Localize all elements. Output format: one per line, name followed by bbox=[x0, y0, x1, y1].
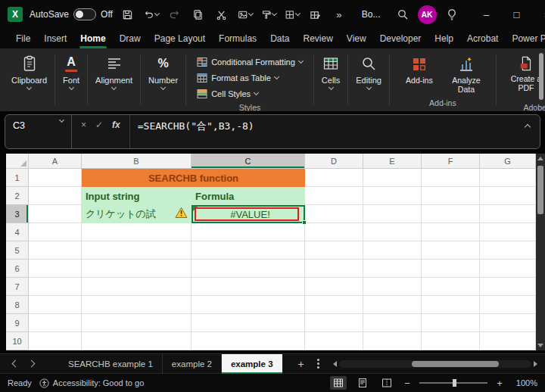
row-header-9[interactable]: 9 bbox=[6, 314, 29, 332]
menu-tab-insert[interactable]: Insert bbox=[37, 29, 73, 48]
cell-E1[interactable] bbox=[363, 169, 422, 187]
conditional-formatting-button[interactable]: Conditional Formatting bbox=[194, 54, 306, 70]
copy-button[interactable] bbox=[190, 5, 207, 24]
cell-G2[interactable] bbox=[480, 187, 536, 205]
fill-handle[interactable] bbox=[302, 220, 307, 225]
column-header-C[interactable]: C bbox=[192, 154, 305, 169]
cell-A4[interactable] bbox=[29, 223, 82, 241]
row-header-4[interactable]: 4 bbox=[6, 223, 29, 241]
cell-F9[interactable] bbox=[422, 314, 480, 332]
cell-B9[interactable] bbox=[82, 314, 192, 332]
cell-A2[interactable] bbox=[29, 187, 82, 205]
row-header-3[interactable]: 3 bbox=[6, 205, 29, 223]
ribbon-group-font[interactable]: A Font bbox=[58, 51, 85, 111]
cell-F3[interactable] bbox=[422, 205, 480, 223]
cell-D4[interactable] bbox=[305, 223, 363, 241]
addins-button[interactable]: Add-ins bbox=[397, 54, 441, 85]
format-as-table-button[interactable]: Format as Table bbox=[194, 70, 306, 86]
cell-F7[interactable] bbox=[422, 278, 480, 296]
row-header-6[interactable]: 6 bbox=[6, 260, 29, 278]
avatar[interactable]: AK bbox=[418, 5, 437, 24]
cell-A9[interactable] bbox=[29, 314, 82, 332]
ribbon-scrollbar[interactable] bbox=[539, 53, 543, 100]
cell-A8[interactable] bbox=[29, 296, 82, 314]
sheet-tab-searchb-example-1[interactable]: SEARCHB example 1 bbox=[59, 354, 163, 374]
cell-E9[interactable] bbox=[363, 314, 422, 332]
cell-G7[interactable] bbox=[480, 278, 536, 296]
cell-F10[interactable] bbox=[422, 332, 480, 350]
zoom-slider[interactable] bbox=[419, 378, 487, 387]
search-button[interactable] bbox=[394, 5, 411, 24]
menu-tab-help[interactable]: Help bbox=[428, 29, 460, 48]
scroll-down-arrow-icon[interactable] bbox=[537, 344, 543, 347]
vertical-scrollbar-thumb[interactable] bbox=[537, 166, 543, 214]
formula-input[interactable]: =SEARCHB("合",B3,-8) bbox=[130, 115, 515, 148]
page-break-view-button[interactable] bbox=[378, 376, 395, 390]
horizontal-scrollbar-track[interactable] bbox=[339, 360, 531, 368]
row-header-2[interactable]: 2 bbox=[6, 187, 29, 205]
cell-D7[interactable] bbox=[305, 278, 363, 296]
cell-C9[interactable] bbox=[192, 314, 305, 332]
cell-A6[interactable] bbox=[29, 260, 82, 278]
hscroll-left-arrow-icon[interactable] bbox=[333, 361, 337, 367]
insert-function-button[interactable]: fx bbox=[112, 120, 120, 132]
cell-A10[interactable] bbox=[29, 332, 82, 350]
cell-F4[interactable] bbox=[422, 223, 480, 241]
scroll-up-arrow-icon[interactable] bbox=[537, 157, 543, 160]
cell-A7[interactable] bbox=[29, 278, 82, 296]
sheet-tab-example-2[interactable]: example 2 bbox=[163, 354, 222, 374]
cell-C4[interactable] bbox=[192, 223, 305, 241]
row-header-10[interactable]: 10 bbox=[6, 332, 29, 350]
cell-c2[interactable]: Formula bbox=[192, 187, 305, 205]
ribbon-group-editing[interactable]: Editing bbox=[350, 51, 387, 111]
menu-tab-view[interactable]: View bbox=[340, 29, 373, 48]
cell-B10[interactable] bbox=[82, 332, 192, 350]
autosave-control[interactable]: AutoSave Off bbox=[30, 8, 113, 20]
menu-tab-file[interactable]: File bbox=[9, 29, 37, 48]
cell-E5[interactable] bbox=[363, 241, 422, 260]
autosave-toggle[interactable] bbox=[73, 8, 96, 20]
accessibility-status[interactable]: Accessibility: Good to go bbox=[39, 378, 144, 388]
cell-E10[interactable] bbox=[363, 332, 422, 350]
save-button[interactable] bbox=[120, 5, 136, 24]
menu-tab-page-layout[interactable]: Page Layout bbox=[148, 29, 212, 48]
cell-B8[interactable] bbox=[82, 296, 192, 314]
menu-tab-power-pivot[interactable]: Power Pivot bbox=[505, 29, 545, 48]
borders-button[interactable] bbox=[284, 5, 301, 24]
vertical-scrollbar[interactable] bbox=[536, 154, 545, 350]
column-header-D[interactable]: D bbox=[305, 154, 363, 169]
cell-D10[interactable] bbox=[305, 332, 363, 350]
sheet-nav-left-icon[interactable] bbox=[12, 360, 20, 368]
cell-G6[interactable] bbox=[480, 260, 536, 278]
normal-view-button[interactable] bbox=[330, 376, 347, 390]
sheet-tab-example-3[interactable]: example 3 bbox=[222, 354, 282, 374]
insert-picture-button[interactable] bbox=[237, 5, 254, 24]
ribbon-group-alignment[interactable]: Alignment bbox=[90, 51, 138, 111]
column-header-A[interactable]: A bbox=[29, 154, 82, 169]
cell-E7[interactable] bbox=[363, 278, 422, 296]
new-sheet-button[interactable]: + bbox=[294, 358, 308, 370]
hscroll-right-arrow-icon[interactable] bbox=[534, 361, 537, 367]
analyze-data-button[interactable]: Analyze Data bbox=[444, 54, 488, 94]
row-header-7[interactable]: 7 bbox=[6, 278, 29, 296]
menu-tab-acrobat[interactable]: Acrobat bbox=[460, 29, 505, 48]
draw-table-button[interactable] bbox=[307, 5, 324, 24]
cell-B5[interactable] bbox=[82, 241, 192, 260]
cell-D1[interactable] bbox=[305, 169, 363, 187]
cell-A3[interactable] bbox=[29, 205, 82, 223]
cut-button[interactable] bbox=[213, 5, 230, 24]
cell-E3[interactable] bbox=[363, 205, 422, 223]
workbook-title[interactable]: Bo... bbox=[362, 9, 381, 20]
sheet-nav-right-icon[interactable] bbox=[28, 360, 36, 368]
cell-F6[interactable] bbox=[422, 260, 480, 278]
cell-E2[interactable] bbox=[363, 187, 422, 205]
ribbon-group-cells[interactable]: Cells bbox=[316, 51, 345, 111]
column-header-F[interactable]: F bbox=[422, 154, 480, 169]
cell-B6[interactable] bbox=[82, 260, 192, 278]
format-painter-button[interactable] bbox=[260, 5, 277, 24]
horizontal-scrollbar[interactable] bbox=[333, 360, 537, 368]
cell-C6[interactable] bbox=[192, 260, 305, 278]
cell-C8[interactable] bbox=[192, 296, 305, 314]
undo-button[interactable] bbox=[143, 5, 160, 24]
column-header-G[interactable]: G bbox=[480, 154, 536, 169]
